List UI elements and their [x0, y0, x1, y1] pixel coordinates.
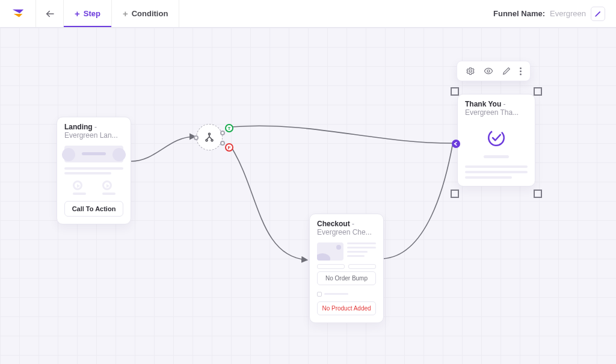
svg-point-6: [211, 140, 213, 141]
svg-line-4: [209, 137, 212, 140]
funnel-name-value: Evergreen: [550, 9, 586, 18]
output-port-false[interactable]: [220, 141, 225, 146]
input-port[interactable]: [452, 140, 460, 148]
edit-funnel-name-button[interactable]: [591, 7, 605, 21]
svg-point-8: [469, 70, 472, 72]
svg-line-3: [207, 137, 210, 140]
gear-icon[interactable]: [466, 66, 475, 76]
plus-icon: +: [75, 8, 80, 19]
node-condition[interactable]: [196, 124, 223, 150]
top-toolbar: + Step + Condition Funnel Name: Evergree…: [0, 0, 616, 28]
node-title: Landing: [64, 123, 93, 131]
svg-point-1: [209, 133, 211, 135]
back-button[interactable]: [36, 0, 64, 27]
condition-false-badge: F: [225, 143, 233, 152]
node-title: Thank You: [465, 100, 501, 108]
kebab-icon[interactable]: [520, 67, 522, 75]
node-checkout[interactable]: Checkout - Evergreen Che... No Order: [309, 214, 384, 323]
input-port[interactable]: [194, 135, 199, 140]
node-action-toolbar: [457, 61, 531, 81]
landing-cta-label: Call To Action: [64, 201, 123, 217]
output-port-true[interactable]: [220, 131, 225, 135]
node-thankyou[interactable]: Thank You - Evergreen Tha...: [457, 94, 535, 187]
node-header: Landing - Evergreen Lan...: [57, 117, 131, 140]
svg-point-5: [206, 140, 208, 141]
tab-condition[interactable]: + Condition: [112, 0, 179, 27]
svg-point-7: [486, 128, 507, 148]
node-header: Thank You - Evergreen Tha...: [458, 94, 535, 117]
svg-point-9: [487, 70, 490, 72]
funnel-name-area: Funnel Name: Evergreen: [482, 0, 616, 27]
eye-icon[interactable]: [484, 66, 493, 76]
funnel-name-label: Funnel Name:: [493, 9, 545, 18]
node-landing[interactable]: Landing - Evergreen Lan... Call To Actio…: [57, 117, 131, 224]
app-logo: [0, 0, 36, 27]
node-preview: [458, 117, 535, 186]
node-preview: Call To Action: [57, 140, 131, 224]
pencil-icon[interactable]: [502, 66, 511, 76]
plus-icon: +: [123, 8, 128, 19]
funnel-canvas[interactable]: Landing - Evergreen Lan... Call To Actio…: [0, 28, 616, 364]
checkout-product-label: No Product Added: [317, 301, 376, 315]
tab-step-label: Step: [84, 9, 100, 18]
condition-true-badge: T: [225, 124, 233, 132]
tab-condition-label: Condition: [132, 9, 168, 18]
tab-step[interactable]: + Step: [64, 0, 112, 27]
node-preview: No Order Bump No Product Added: [310, 236, 383, 322]
checkout-order-bump-label: No Order Bump: [317, 271, 376, 285]
node-title: Checkout: [317, 220, 350, 228]
node-header: Checkout - Evergreen Che...: [310, 214, 383, 236]
